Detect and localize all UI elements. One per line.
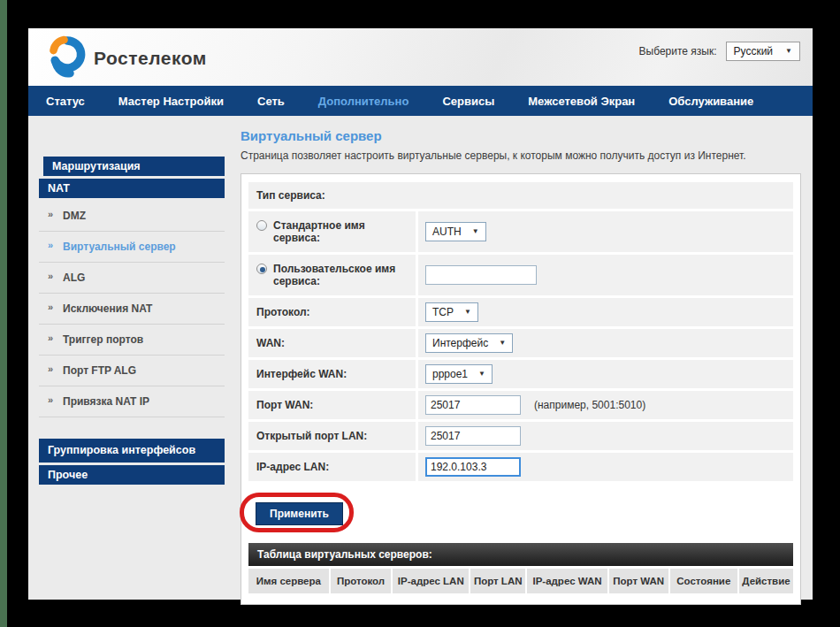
arrow-bullet-icon: »	[48, 363, 53, 374]
standard-service-select[interactable]: AUTH ▼	[425, 222, 486, 241]
sidebar-item-label: DMZ	[63, 210, 86, 222]
nav-services[interactable]: Сервисы	[442, 95, 494, 108]
wan-interface-select[interactable]: pppoe1 ▼	[425, 364, 493, 384]
custom-service-radio[interactable]	[256, 264, 267, 274]
wan-interface-value-cell: pppoe1 ▼	[418, 360, 793, 388]
router-admin-page: Ростелеком Выберите язык: Русский ▼ Стат…	[28, 28, 813, 600]
custom-service-value-cell	[418, 255, 793, 295]
col-lan-port: Порт LAN	[470, 569, 525, 593]
protocol-value-cell: TCP ▼	[418, 298, 793, 326]
sidebar-item-dmz[interactable]: » DMZ	[39, 201, 225, 232]
col-state: Состояние	[670, 569, 737, 593]
page-title: Виртуальный сервер	[241, 128, 801, 143]
wan-port-input[interactable]	[425, 395, 521, 415]
sidebar-item-label: Порт FTP ALG	[63, 364, 136, 377]
page-body: Маршрутизация NAT » DMZ » Виртуальный се…	[28, 116, 813, 600]
standard-service-label: Стандартное имя сервиса:	[273, 219, 410, 244]
sidebar-header-other[interactable]: Прочее	[39, 465, 225, 485]
sidebar-item-label: Исключения NAT	[63, 302, 152, 315]
lan-ip-row: IP-адрес LAN:	[248, 453, 793, 481]
wan-select[interactable]: Интерфейс ▼	[425, 333, 513, 353]
sidebar-item-label: Триггер портов	[63, 333, 143, 346]
language-chooser: Выберите язык: Русский ▼	[639, 42, 800, 61]
protocol-selected: TCP	[432, 306, 454, 318]
virtual-servers-table-title: Таблица виртуальных серверов:	[248, 543, 793, 566]
col-action: Действие	[739, 569, 793, 593]
col-wan-ip: IP-адрес WAN	[527, 569, 607, 593]
arrow-bullet-icon: »	[48, 302, 53, 312]
lan-open-port-label: Открытый порт LAN:	[248, 422, 416, 450]
sidebar-item-nat-ip-binding[interactable]: » Привязка NAT IP	[39, 386, 225, 417]
sidebar-item-nat-exclusions[interactable]: » Исключения NAT	[39, 294, 225, 325]
custom-service-row: Пользовательское имя сервиса:	[248, 255, 793, 295]
nav-maintenance[interactable]: Обслуживание	[668, 95, 753, 108]
arrow-bullet-icon: »	[48, 240, 53, 250]
chevron-down-icon: ▼	[499, 340, 506, 347]
col-server-name: Имя сервера	[248, 569, 329, 593]
col-lan-ip: IP-адрес LAN	[393, 569, 469, 593]
virtual-servers-table-header: Имя сервера Протокол IP-адрес LAN Порт L…	[248, 569, 793, 593]
nav-firewall[interactable]: Межсетевой Экран	[528, 95, 635, 108]
lan-open-port-row: Открытый порт LAN:	[248, 422, 793, 450]
language-label: Выберите язык:	[639, 45, 717, 57]
nav-advanced[interactable]: Дополнительно	[318, 95, 409, 108]
standard-service-selected: AUTH	[432, 226, 462, 238]
lan-open-port-input[interactable]	[425, 426, 521, 446]
col-protocol: Протокол	[331, 569, 392, 593]
wan-port-row: Порт WAN: (например, 5001:5010)	[248, 391, 793, 419]
arrow-bullet-icon: »	[48, 394, 53, 405]
sidebar-header-routing[interactable]: Маршрутизация	[43, 157, 225, 176]
sidebar-item-label: ALG	[63, 271, 85, 284]
apply-button[interactable]: Применить	[256, 502, 343, 525]
custom-service-label: Пользовательское имя сервиса:	[273, 263, 410, 287]
wan-value-cell: Интерфейс ▼	[418, 329, 793, 357]
custom-service-name-input[interactable]	[425, 265, 537, 285]
sidebar-header-nat[interactable]: NAT	[39, 179, 225, 198]
sidebar-header-interface-grouping[interactable]: Группировка интерфейсов	[39, 439, 225, 463]
wan-port-hint: (например, 5001:5010)	[534, 399, 645, 411]
protocol-label: Протокол:	[248, 298, 416, 326]
standard-service-value-cell: AUTH ▼	[418, 211, 793, 252]
arrow-bullet-icon: »	[48, 209, 53, 219]
wan-interface-label: Интерфейс WAN:	[248, 360, 416, 388]
chevron-down-icon: ▼	[785, 48, 792, 55]
lan-ip-input[interactable]	[425, 457, 521, 477]
wan-selected: Интерфейс	[432, 337, 488, 349]
chevron-down-icon: ▼	[464, 309, 471, 316]
nav-network[interactable]: Сеть	[257, 95, 285, 108]
sidebar: Маршрутизация NAT » DMZ » Виртуальный се…	[39, 157, 225, 487]
standard-service-radio[interactable]	[256, 220, 267, 231]
custom-service-label-cell: Пользовательское имя сервиса:	[248, 255, 416, 295]
sidebar-spacer	[39, 417, 225, 439]
language-select[interactable]: Русский ▼	[726, 42, 800, 61]
standard-service-label-cell: Стандартное имя сервиса:	[248, 211, 416, 252]
protocol-select[interactable]: TCP ▼	[425, 302, 478, 322]
sidebar-item-label: Привязка NAT IP	[63, 395, 149, 408]
wan-interface-row: Интерфейс WAN: pppoe1 ▼	[248, 360, 793, 388]
brand-name: Ростелеком	[94, 48, 207, 69]
lan-open-port-value-cell	[418, 422, 793, 450]
wan-row: WAN: Интерфейс ▼	[248, 329, 793, 357]
wan-label: WAN:	[248, 329, 416, 357]
apply-area: Применить	[248, 493, 793, 534]
language-selected-value: Русский	[734, 45, 774, 57]
arrow-bullet-icon: »	[48, 333, 53, 343]
col-wan-port: Порт WAN	[609, 569, 668, 593]
sidebar-item-port-trigger[interactable]: » Триггер портов	[39, 325, 225, 356]
nav-status[interactable]: Статус	[46, 95, 85, 108]
screen: Ростелеком Выберите язык: Русский ▼ Стат…	[0, 0, 840, 627]
service-type-section-label: Тип сервиса:	[248, 182, 793, 209]
page-description: Страница позволяет настроить виртуальные…	[241, 149, 801, 162]
sidebar-item-alg[interactable]: » ALG	[39, 263, 225, 294]
desktop-edge-strip	[0, 0, 7, 627]
top-navbar: Статус Мастер Настройки Сеть Дополнитель…	[28, 86, 813, 116]
sidebar-item-virtual-server[interactable]: » Виртуальный сервер	[39, 232, 225, 263]
wan-interface-selected: pppoe1	[432, 368, 468, 380]
lan-ip-value-cell	[418, 453, 793, 481]
arrow-bullet-icon: »	[48, 271, 53, 281]
wan-port-label: Порт WAN:	[248, 391, 416, 419]
nav-setup-wizard[interactable]: Мастер Настройки	[118, 95, 224, 108]
sidebar-item-ftp-alg-port[interactable]: » Порт FTP ALG	[39, 356, 225, 386]
rostelecom-swirl-icon	[48, 34, 87, 82]
virtual-server-form-panel: Тип сервиса: Стандартное имя сервиса: AU…	[241, 173, 801, 605]
